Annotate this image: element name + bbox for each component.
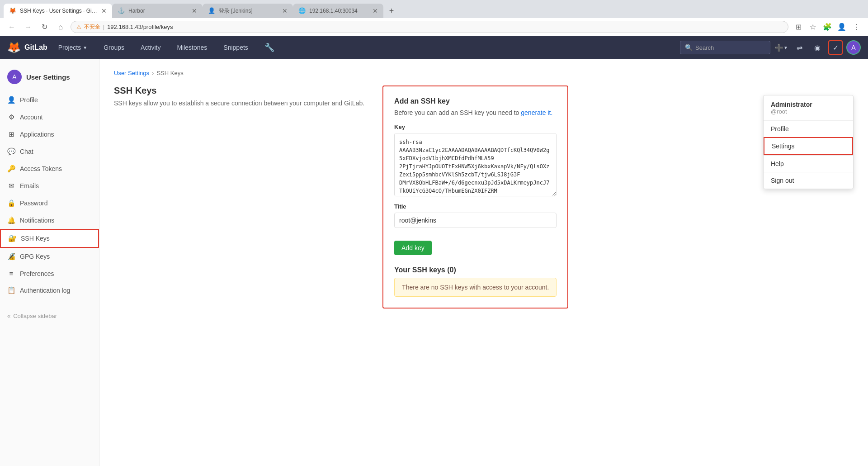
gitlab-logo[interactable]: 🦊 GitLab [7,41,47,54]
tab-favicon-4: 🌐 [298,7,306,14]
add-ssh-key-title: Add an SSH key [394,97,557,105]
add-key-button[interactable]: Add key [394,241,432,255]
key-textarea[interactable]: ssh-rsa AAAAB3NzaC1yc2EAAAADAQABAAAABAQD… [394,133,557,196]
sidebar-item-authentication-log[interactable]: 📋 Authentication log [0,282,99,299]
home-button[interactable]: ⌂ [54,21,67,33]
nav-milestones-label: Milestones [177,44,207,51]
dropdown-item-help[interactable]: Help [764,156,853,172]
new-item-button[interactable]: ➕▼ [774,40,788,55]
sidebar-item-access-tokens[interactable]: 🔑 Access Tokens [0,160,99,177]
url-input[interactable]: ⚠ 不安全 | 192.168.1.43/profile/keys [71,21,788,33]
sidebar-item-emails[interactable]: ✉ Emails [0,177,99,195]
nav-item-activity[interactable]: Activity [135,36,166,59]
applications-icon: ⊞ [7,130,15,138]
nav-item-wrench[interactable]: 🔧 [259,36,280,59]
reload-button[interactable]: ↻ [38,21,51,33]
sidebar-item-gpg-keys[interactable]: 🔏 GPG Keys [0,248,99,265]
nav-snippets-label: Snippets [223,44,248,51]
account-icon: ⚙ [7,113,15,121]
add-ssh-desc-text: Before you can add an SSH key you need t… [394,109,519,116]
address-bar: ← → ↻ ⌂ ⚠ 不安全 | 192.168.1.43/profile/key… [0,18,868,36]
dropdown-item-sign-out[interactable]: Sign out [764,172,853,189]
sidebar-item-chat[interactable]: 💬 Chat [0,143,99,160]
tab-close-2[interactable]: ✕ [192,7,197,14]
nav-item-groups[interactable]: Groups [98,36,130,59]
access-tokens-icon: 🔑 [7,165,15,173]
collapse-icon: « [7,313,10,319]
sidebar-item-applications[interactable]: ⊞ Applications [0,126,99,143]
sidebar-item-profile[interactable]: 👤 Profile [0,91,99,109]
nav-projects-label: Projects [58,44,81,51]
gpg-keys-icon: 🔏 [7,252,15,261]
tab-title-2: Harbor [128,8,188,14]
browser-chrome: 🦊 SSH Keys · User Settings · GitL... ✕ ⚓… [0,0,868,36]
issues-button[interactable]: ◉ [810,40,825,55]
sidebar-gpg-keys-label: GPG Keys [20,253,50,260]
new-tab-button[interactable]: + [385,5,398,17]
sidebar-item-ssh-keys[interactable]: 🔐 SSH Keys [0,229,99,248]
user-dropdown: Administrator @root Profile Settings Hel… [763,95,854,189]
sidebar-item-preferences[interactable]: ≡ Preferences [0,265,99,282]
tab-inactive-2[interactable]: ⚓ Harbor ✕ [112,4,203,18]
key-form-group: Key ssh-rsa AAAAB3NzaC1yc2EAAAADAQABAAAA… [394,123,557,198]
preferences-icon: ≡ [7,270,15,277]
auth-log-icon: 📋 [7,286,15,294]
dropdown-item-settings[interactable]: Settings [764,137,853,155]
tab-close-1[interactable]: ✕ [101,7,107,14]
forward-button[interactable]: → [22,21,34,33]
breadcrumb: User Settings › SSH Keys [114,70,854,76]
tab-close-4[interactable]: ✕ [373,7,378,14]
main-content: User Settings › SSH Keys SSH Keys SSH ke… [99,59,868,466]
search-icon: 🔍 [685,44,693,51]
merge-requests-button[interactable]: ⇌ [792,40,807,55]
sidebar-item-password[interactable]: 🔒 Password [0,195,99,212]
tab-inactive-3[interactable]: 👤 登录 [Jenkins] ✕ [203,4,293,18]
nav-item-snippets[interactable]: Snippets [218,36,253,59]
key-label: Key [394,123,557,130]
nav-groups-label: Groups [104,44,124,51]
search-bar[interactable]: 🔍 Search [680,41,770,54]
dropdown-item-profile[interactable]: Profile [764,121,853,137]
tab-inactive-4[interactable]: 🌐 192.168.1.40:30034 ✕ [293,4,383,18]
collapse-sidebar-button[interactable]: « Collapse sidebar [0,308,99,324]
tab-favicon-2: ⚓ [118,7,125,14]
todo-button[interactable]: ✓ [828,40,843,55]
tab-bar: 🦊 SSH Keys · User Settings · GitL... ✕ ⚓… [0,0,868,18]
nav-item-projects[interactable]: Projects ▼ [53,36,93,59]
sidebar-item-account[interactable]: ⚙ Account [0,109,99,126]
sidebar-preferences-label: Preferences [20,270,54,277]
sidebar-notifications-label: Notifications [20,217,54,224]
gitlab-logo-text: GitLab [24,43,47,52]
tab-close-3[interactable]: ✕ [282,7,288,14]
nav-projects-chevron: ▼ [83,45,87,50]
menu-button[interactable]: ⋮ [850,21,863,33]
sidebar-account-label: Account [20,114,43,121]
sidebar: A User Settings 👤 Profile ⚙ Account ⊞ Ap… [0,59,99,466]
sidebar-avatar-letter: A [12,73,16,81]
dropdown-header: Administrator @root [764,95,853,121]
profile-icon: 👤 [7,96,15,104]
breadcrumb-separator: › [152,70,154,76]
user-avatar[interactable]: A [846,40,861,55]
chat-icon: 💬 [7,147,15,156]
sidebar-item-notifications[interactable]: 🔔 Notifications [0,212,99,229]
nav-right: 🔍 Search ➕▼ ⇌ ◉ ✓ A [680,40,861,55]
title-input[interactable] [394,213,557,228]
page-intro: SSH Keys SSH keys allow you to establish… [114,85,364,118]
sidebar-header: A User Settings [0,66,99,91]
tab-active[interactable]: 🦊 SSH Keys · User Settings · GitL... ✕ [4,4,112,18]
sidebar-ssh-keys-label: SSH Keys [21,235,50,242]
ssh-form-container: Add an SSH key Before you can add an SSH… [382,85,568,309]
breadcrumb-parent[interactable]: User Settings [114,70,149,76]
bookmark-button[interactable]: ☆ [807,21,819,33]
nav-activity-label: Activity [141,44,160,51]
nav-item-milestones[interactable]: Milestones [171,36,212,59]
puzzle-button[interactable]: 🧩 [821,21,834,33]
no-keys-notice: There are no SSH keys with access to you… [394,278,557,297]
sidebar-chat-label: Chat [20,148,33,155]
password-icon: 🔒 [7,199,15,207]
profile-button[interactable]: 👤 [835,21,848,33]
extensions-button[interactable]: ⊞ [792,21,805,33]
back-button[interactable]: ← [5,21,18,33]
generate-key-link[interactable]: generate it. [521,109,552,116]
